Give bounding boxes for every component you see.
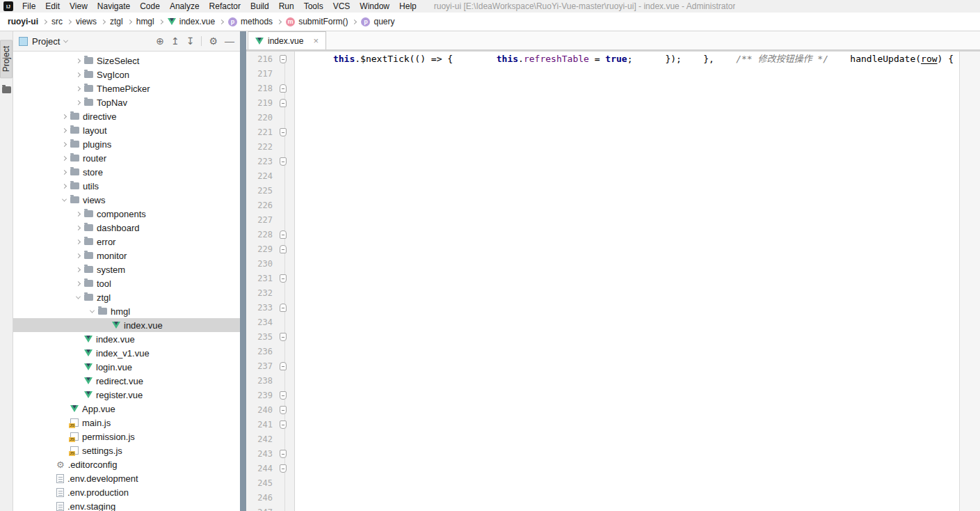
fold-close-icon[interactable]	[280, 362, 287, 370]
code-line-221[interactable]: handleUpdate(row) {	[828, 54, 954, 64]
line-number[interactable]: 237	[246, 361, 273, 371]
fold-close-icon[interactable]	[280, 84, 287, 93]
chevron-down-icon[interactable]	[63, 38, 68, 42]
line-number[interactable]: 228	[246, 230, 273, 239]
fold-open-icon[interactable]	[280, 333, 287, 341]
line-number[interactable]: 241	[246, 420, 273, 430]
line-number[interactable]: 227	[246, 215, 273, 225]
tree-item-redirect-vue[interactable]: redirect.vue	[13, 374, 240, 388]
tree-item--editorconfig[interactable]: ⚙.editorconfig	[13, 457, 240, 471]
settings-gear-icon[interactable]: ⚙	[209, 36, 218, 46]
tree-item--env-staging[interactable]: .env.staging	[13, 499, 240, 511]
code-line-222[interactable]: this.reset();	[954, 54, 959, 64]
line-number[interactable]: 221	[246, 127, 273, 137]
tree-item-topnav[interactable]: TopNav	[13, 95, 240, 109]
menu-edit[interactable]: Edit	[40, 1, 65, 11]
line-number[interactable]: 225	[246, 186, 273, 196]
line-number[interactable]: 223	[246, 157, 273, 166]
tree-item-error[interactable]: error	[13, 235, 240, 249]
tree-chevron-slot[interactable]	[58, 143, 70, 146]
tree-item-svgicon[interactable]: SvgIcon	[13, 68, 240, 81]
tree-item-ztgl[interactable]: ztgl	[13, 290, 240, 304]
tree-item-themepicker[interactable]: ThemePicker	[13, 81, 240, 95]
tree-chevron-slot[interactable]	[72, 73, 84, 77]
breadcrumb-item-ruoyi-ui[interactable]: ruoyi-ui	[7, 17, 39, 26]
line-number[interactable]: 236	[246, 347, 273, 356]
menu-run[interactable]: Run	[274, 1, 299, 11]
tree-item-index-vue[interactable]: index.vue	[13, 332, 240, 346]
tree-chevron-slot[interactable]	[58, 115, 70, 118]
menu-refactor[interactable]: Refactor	[204, 1, 246, 11]
menu-window[interactable]: Window	[355, 1, 394, 11]
fold-open-icon[interactable]	[280, 406, 287, 414]
tree-item-permission-js[interactable]: permission.js	[13, 430, 240, 443]
breadcrumb-item-methods[interactable]: pmethods	[227, 17, 273, 26]
line-number[interactable]: 218	[246, 84, 273, 93]
breadcrumb-item-index-vue[interactable]: index.vue	[167, 17, 216, 26]
menu-file[interactable]: File	[17, 1, 40, 11]
tree-chevron-slot[interactable]	[72, 212, 84, 216]
line-number[interactable]: 232	[246, 288, 273, 298]
menu-view[interactable]: View	[65, 1, 93, 11]
tree-item-hmgl[interactable]: hmgl	[13, 304, 240, 318]
tree-item-store[interactable]: store	[13, 165, 240, 179]
tree-chevron-slot[interactable]	[72, 268, 84, 272]
locate-file-icon[interactable]: ⊕	[156, 36, 164, 46]
tree-chevron-slot[interactable]	[72, 282, 84, 285]
line-number[interactable]: 216	[246, 54, 273, 64]
tree-chevron-slot[interactable]	[72, 226, 84, 230]
breadcrumb-item-ztgl[interactable]: ztgl	[109, 17, 124, 26]
menu-help[interactable]: Help	[394, 1, 421, 11]
fold-open-icon[interactable]	[280, 157, 287, 166]
project-panel-title[interactable]: Project	[32, 36, 60, 47]
code-lines[interactable]: this.$nextTick(() => { this.refreshTable…	[295, 52, 959, 511]
tree-chevron-slot[interactable]	[72, 101, 84, 104]
line-number[interactable]: 243	[246, 449, 273, 459]
code-line-217[interactable]: this.refreshTable = true;	[453, 54, 632, 64]
tree-chevron-slot[interactable]	[58, 129, 70, 132]
tree-item-components[interactable]: components	[13, 207, 240, 221]
tree-item-index-vue[interactable]: index.vue	[13, 318, 240, 332]
breadcrumb-item-views[interactable]: views	[75, 17, 97, 26]
line-number[interactable]: 246	[246, 493, 273, 503]
tree-item--env-production[interactable]: .env.production	[13, 485, 240, 499]
tree-item-layout[interactable]: layout	[13, 123, 240, 137]
fold-close-icon[interactable]	[280, 304, 287, 312]
fold-open-icon[interactable]	[280, 464, 287, 473]
fold-close-icon[interactable]	[280, 99, 287, 107]
fold-open-icon[interactable]	[280, 55, 287, 63]
line-number[interactable]: 230	[246, 259, 273, 269]
tree-item-login-vue[interactable]: login.vue	[13, 360, 240, 374]
line-number[interactable]: 224	[246, 171, 273, 181]
menu-tools[interactable]: Tools	[299, 1, 328, 11]
panel-splitter-scrollbar[interactable]	[240, 31, 246, 511]
line-number[interactable]: 247	[246, 508, 273, 511]
line-number[interactable]: 238	[246, 376, 273, 386]
tree-chevron-slot[interactable]	[72, 254, 84, 258]
tree-item-views[interactable]: views	[13, 193, 240, 207]
line-number[interactable]: 242	[246, 434, 273, 444]
tree-item-index-v1-vue[interactable]: index_v1.vue	[13, 346, 240, 360]
tree-chevron-slot[interactable]	[72, 296, 84, 299]
breadcrumb-item-query[interactable]: pquery	[360, 17, 395, 26]
tree-chevron-slot[interactable]	[72, 240, 84, 244]
code-line-219[interactable]: },	[682, 54, 714, 64]
tree-item-main-js[interactable]: main.js	[13, 416, 240, 430]
line-number[interactable]: 219	[246, 98, 273, 108]
line-number[interactable]: 240	[246, 405, 273, 415]
breadcrumb-item-src[interactable]: src	[51, 17, 63, 26]
fold-open-icon[interactable]	[280, 391, 287, 400]
line-number[interactable]: 231	[246, 274, 273, 283]
menu-vcs[interactable]: VCS	[328, 1, 355, 11]
tree-item-dashboard[interactable]: dashboard	[13, 221, 240, 235]
code-line-216[interactable]: this.$nextTick(() => {	[300, 54, 453, 64]
breadcrumb-item-hmgl[interactable]: hmgl	[136, 17, 155, 26]
fold-close-icon[interactable]	[280, 230, 287, 239]
breadcrumb-item-submitform-[interactable]: msubmitForm()	[285, 17, 348, 26]
tree-chevron-slot[interactable]	[86, 310, 98, 313]
fold-close-icon[interactable]	[280, 245, 287, 253]
code-line-220[interactable]: /** 修改按钮操作 */	[714, 54, 828, 64]
collapse-all-icon[interactable]: ↧	[186, 36, 195, 46]
tree-item-sizeselect[interactable]: SizeSelect	[13, 54, 240, 68]
tree-item-plugins[interactable]: plugins	[13, 137, 240, 151]
